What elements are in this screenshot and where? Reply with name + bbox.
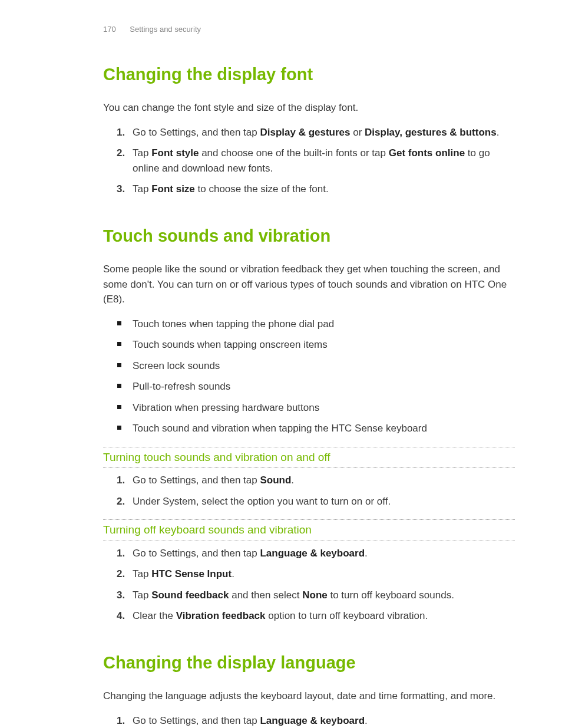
list-item: Go to Settings, and then tap Language & …	[128, 713, 515, 729]
list-item: Tap Font style and choose one of the bui…	[128, 146, 515, 176]
list-item: Go to Settings, and then tap Display & g…	[128, 125, 515, 140]
list-item: Touch sound and vibration when tapping t…	[128, 421, 515, 436]
ordered-list: Go to Settings, and then tap Display & g…	[103, 125, 515, 197]
heading-touch-sounds: Touch sounds and vibration	[103, 223, 515, 249]
heading-display-font: Changing the display font	[103, 62, 515, 88]
subheading-turning-off-keyboard: Turning off keyboard sounds and vibratio…	[103, 519, 515, 541]
list-item: Screen lock sounds	[128, 358, 515, 374]
page-number: 170	[103, 25, 116, 34]
list-item: Vibration when pressing hardware buttons	[128, 400, 515, 416]
paragraph: Changing the language adjusts the keyboa…	[103, 689, 515, 704]
section-name: Settings and security	[130, 25, 201, 34]
paragraph: Some people like the sound or vibration …	[103, 262, 515, 307]
subheading-turning-on-off: Turning touch sounds and vibration on an…	[103, 447, 515, 469]
list-item: Tap Font size to choose the size of the …	[128, 182, 515, 197]
list-item: Go to Settings, and then tap Sound.	[128, 473, 515, 488]
list-item: Tap HTC Sense Input.	[128, 566, 515, 582]
heading-display-language: Changing the display language	[103, 650, 515, 676]
list-item: Touch tones when tapping the phone dial …	[128, 317, 515, 332]
list-item: Under System, select the option you want…	[128, 494, 515, 509]
bullet-list: Touch tones when tapping the phone dial …	[103, 317, 515, 436]
page-header: 170 Settings and security	[103, 24, 515, 35]
ordered-list: Go to Settings, and then tap Language & …	[103, 713, 515, 729]
paragraph: You can change the font style and size o…	[103, 100, 515, 116]
list-item: Pull-to-refresh sounds	[128, 379, 515, 394]
list-item: Clear the Vibration feedback option to t…	[128, 608, 515, 624]
list-item: Tap Sound feedback and then select None …	[128, 588, 515, 603]
ordered-list: Go to Settings, and then tap Language & …	[103, 546, 515, 624]
ordered-list: Go to Settings, and then tap Sound. Unde…	[103, 473, 515, 509]
list-item: Touch sounds when tapping onscreen items	[128, 337, 515, 353]
list-item: Go to Settings, and then tap Language & …	[128, 546, 515, 561]
